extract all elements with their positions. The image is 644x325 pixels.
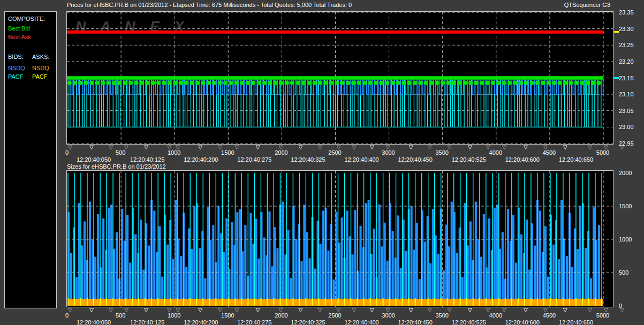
y-tick-label: 23.10 bbox=[619, 91, 634, 97]
x-time-label: 12:20:40:200 bbox=[184, 156, 218, 163]
x-tick-label: 4500 bbox=[543, 149, 556, 156]
legend-asks-header: ASKS: bbox=[32, 54, 49, 60]
last-ask-tick bbox=[614, 31, 619, 33]
y-tick-label: 23.20 bbox=[619, 58, 634, 65]
event-marker-triangle bbox=[604, 146, 608, 149]
event-marker-triangle bbox=[90, 308, 94, 312]
event-marker-triangle bbox=[352, 308, 356, 312]
y-tick-label: 23.05 bbox=[619, 108, 634, 114]
event-marker-triangle bbox=[563, 146, 567, 149]
event-marker-triangle bbox=[235, 146, 239, 149]
x-tick-label: 2500 bbox=[328, 312, 341, 319]
event-marker-triangle bbox=[318, 146, 322, 149]
x-tick-label: 500 bbox=[116, 149, 125, 156]
event-marker-triangle bbox=[409, 308, 413, 312]
event-marker-triangle bbox=[604, 308, 608, 312]
legend-bids-header: BIDS: bbox=[8, 54, 24, 60]
y-tick-label: 23.35 bbox=[619, 9, 634, 16]
event-marker-triangle bbox=[370, 146, 374, 149]
event-marker-triangle bbox=[468, 146, 472, 149]
x-time-label: 12:20:40:125 bbox=[130, 319, 164, 325]
x-time-label: 12:20:40:650 bbox=[559, 319, 593, 325]
event-marker-triangle bbox=[337, 308, 340, 312]
x-tick-label: 5000 bbox=[596, 312, 609, 319]
nsdq-ask-size-strip bbox=[67, 299, 603, 306]
event-marker-triangle bbox=[176, 308, 180, 312]
event-marker-triangle bbox=[145, 308, 148, 312]
legend-ask-pacf: PACF bbox=[32, 73, 48, 80]
x-time-label: 12:20:40:050 bbox=[77, 156, 111, 163]
event-marker-triangle bbox=[588, 308, 592, 312]
event-marker-triangle bbox=[486, 146, 490, 149]
x-time-label: 12:20:40:650 bbox=[559, 156, 593, 163]
event-marker-triangle bbox=[468, 308, 472, 312]
event-marker-triangle bbox=[448, 146, 451, 149]
size-chart[interactable] bbox=[66, 170, 613, 307]
x-time-label: 12:20:40:450 bbox=[398, 319, 433, 325]
y-tick-label: 23.25 bbox=[619, 42, 634, 48]
y-tick-label: 0 bbox=[619, 303, 622, 309]
qtsequencer-window: Prices for eHSBC.PR.B on 01/23/2012 - El… bbox=[0, 0, 644, 325]
legend-best-ask-label: Best Ask bbox=[8, 34, 31, 40]
event-marker-triangle bbox=[69, 146, 72, 149]
event-marker-triangle bbox=[524, 308, 527, 312]
x-tick-label: 0 bbox=[65, 149, 69, 156]
event-marker-triangle bbox=[218, 308, 222, 312]
size-chart-title: Sizes for eHSBC.PR.B on 01/23/2012 bbox=[67, 163, 166, 170]
y-tick-label: 2000 bbox=[619, 170, 632, 176]
event-marker-triangle bbox=[448, 308, 451, 312]
x-time-label: 12:20:40:275 bbox=[237, 319, 271, 325]
y-tick-label: 23.30 bbox=[619, 26, 634, 32]
best-ask-line bbox=[67, 31, 603, 34]
legend-panel: COMPOSITE: Best Bid Best Ask BIDS: ASKS:… bbox=[4, 11, 57, 308]
x-time-label: 12:20:40:125 bbox=[130, 156, 164, 163]
y-tick-label: 500 bbox=[619, 269, 628, 276]
x-tick-label: 1000 bbox=[168, 149, 180, 156]
x-time-label: 12:20:40:525 bbox=[452, 319, 486, 325]
price-chart[interactable]: N A N E X bbox=[66, 11, 613, 145]
x-time-label: 12:20:40:400 bbox=[344, 319, 378, 325]
event-marker-triangle bbox=[235, 308, 239, 312]
best-bid-line bbox=[67, 76, 603, 79]
event-marker-triangle bbox=[428, 146, 431, 149]
event-marker-triangle bbox=[588, 146, 592, 149]
event-marker-triangle bbox=[502, 146, 506, 149]
event-marker-triangle bbox=[563, 308, 567, 312]
event-marker-triangle bbox=[409, 146, 413, 149]
event-marker-triangle bbox=[486, 308, 490, 312]
size-chart-canvas[interactable] bbox=[67, 171, 613, 307]
event-marker-triangle bbox=[218, 146, 222, 149]
x-tick-label: 500 bbox=[116, 312, 125, 319]
event-marker-triangle bbox=[199, 308, 202, 312]
y-tick-label: 1000 bbox=[619, 236, 632, 243]
price-chart-canvas[interactable]: N A N E X bbox=[67, 12, 613, 144]
event-marker-triangle bbox=[69, 308, 72, 312]
legend-ask-nsdq: NSDQ bbox=[32, 65, 49, 71]
event-marker-triangle bbox=[299, 146, 302, 149]
x-time-label: 12:20:40:200 bbox=[184, 319, 218, 325]
price-chart-title: Prices for eHSBC.PR.B on 01/23/2012 - El… bbox=[67, 2, 352, 8]
x-time-label: 12:20:40:450 bbox=[398, 156, 433, 163]
x-tick-label: 1000 bbox=[168, 312, 180, 319]
y-tick-label: 22.95 bbox=[619, 140, 634, 147]
event-marker-triangle bbox=[428, 308, 431, 312]
x-tick-label: 2000 bbox=[275, 149, 287, 156]
event-marker-triangle bbox=[386, 308, 390, 312]
event-marker-triangle bbox=[176, 146, 180, 149]
last-bid-tick bbox=[614, 77, 619, 79]
event-marker-triangle bbox=[109, 308, 113, 312]
x-tick-label: 3000 bbox=[382, 149, 395, 156]
x-time-label: 12:20:40:600 bbox=[505, 156, 540, 163]
x-tick-label: 3500 bbox=[435, 149, 448, 156]
size-event-marker-row bbox=[66, 308, 643, 313]
x-tick-label: 3500 bbox=[435, 312, 448, 319]
event-marker-triangle bbox=[352, 146, 356, 149]
x-time-label: 12:20:40:275 bbox=[237, 156, 271, 163]
x-tick-label: 2000 bbox=[275, 312, 287, 319]
event-marker-triangle bbox=[543, 308, 547, 312]
event-marker-triangle bbox=[502, 308, 506, 312]
x-tick-label: 0 bbox=[65, 312, 69, 319]
x-time-label: 12:20:40:525 bbox=[452, 156, 486, 163]
x-tick-label: 4000 bbox=[489, 312, 502, 319]
x-time-label: 12:20:40:600 bbox=[505, 319, 540, 325]
